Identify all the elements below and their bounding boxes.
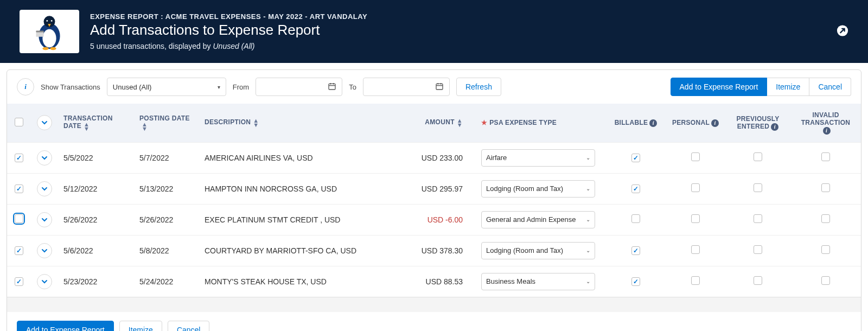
subtitle-prefix: 5 unused transactions, displayed by (90, 42, 213, 50)
chevron-down-icon: ⌄ (586, 186, 590, 192)
info-icon[interactable]: i (649, 119, 657, 127)
row-select-checkbox[interactable] (15, 184, 23, 193)
itemize-button[interactable]: Itemize (767, 78, 809, 96)
row-expand-toggle[interactable] (37, 212, 52, 227)
billable-checkbox[interactable] (631, 154, 640, 162)
bottom-action-bar: Add to Expense Report Itemize Cancel (7, 312, 861, 331)
col-billable: BILLABLEi (606, 104, 666, 142)
cancel-button-bottom[interactable]: Cancel (168, 321, 210, 331)
personal-checkbox[interactable] (691, 183, 700, 192)
psa-type-value: Lodging (Room and Tax) (486, 184, 563, 193)
billable-checkbox[interactable] (631, 184, 640, 193)
expand-all-toggle[interactable] (37, 115, 52, 130)
personal-checkbox[interactable] (691, 152, 700, 161)
toolbar-action-group: Add to Expense Report Itemize Cancel (671, 78, 851, 96)
previously-entered-checkbox[interactable] (754, 214, 762, 223)
col-transaction-date[interactable]: TRANSACTION DATE▲▼ (58, 104, 134, 142)
row-expand-toggle[interactable] (37, 243, 52, 258)
row-expand-toggle[interactable] (37, 150, 52, 166)
billable-checkbox[interactable] (631, 246, 640, 255)
psa-expense-type-select[interactable]: General and Admin Expense⌄ (481, 211, 595, 228)
col-previously-entered: PREVIOUSLY ENTEREDi (725, 104, 790, 142)
invalid-transaction-checkbox[interactable] (821, 245, 830, 254)
select-all-checkbox[interactable] (15, 118, 23, 126)
app-logo-box (20, 10, 79, 53)
refresh-button[interactable]: Refresh (456, 78, 501, 96)
info-icon[interactable]: i (771, 123, 778, 131)
previously-entered-checkbox[interactable] (754, 245, 762, 254)
previously-entered-checkbox[interactable] (754, 152, 762, 161)
cell-description: COURTYARD BY MARRIOTT-SFO CA, USD (199, 235, 405, 266)
personal-checkbox[interactable] (691, 276, 700, 285)
col-description[interactable]: DESCRIPTION▲▼ (199, 104, 405, 142)
calendar-icon (328, 82, 336, 92)
calendar-icon (435, 82, 444, 92)
billable-checkbox[interactable] (631, 214, 640, 223)
sort-icon: ▲▼ (84, 122, 90, 131)
info-icon[interactable]: i (823, 127, 831, 135)
row-select-checkbox[interactable] (15, 154, 23, 162)
row-select-checkbox[interactable] (15, 277, 23, 286)
previously-entered-checkbox[interactable] (754, 276, 762, 285)
select-all-header (7, 104, 31, 142)
to-label: To (349, 83, 356, 91)
row-expand-toggle[interactable] (37, 274, 52, 289)
info-icon[interactable]: i (711, 119, 719, 127)
cell-posting-date: 5/13/2022 (134, 173, 199, 204)
cell-amount: USD 233.00 (405, 142, 476, 173)
from-date-input[interactable] (256, 78, 342, 96)
previously-entered-checkbox[interactable] (754, 183, 762, 192)
cell-description: HAMPTON INN NORCROSS GA, USD (199, 173, 405, 204)
sort-icon: ▲▼ (142, 122, 148, 131)
personal-checkbox[interactable] (691, 214, 700, 223)
show-transactions-select[interactable]: Unused (All) ▾ (107, 78, 226, 96)
cell-transaction-date: 5/26/2022 (58, 204, 134, 235)
chevron-down-icon: ▾ (218, 84, 220, 90)
table-row: 5/26/20225/26/2022EXEC PLATINUM STMT CRE… (7, 204, 861, 235)
col-posting-date[interactable]: POSTING DATE▲▼ (134, 104, 199, 142)
row-select-checkbox[interactable] (15, 214, 23, 223)
psa-expense-type-select[interactable]: Lodging (Room and Tax)⌄ (481, 180, 595, 198)
expand-all-header (31, 104, 58, 142)
sort-icon: ▲▼ (253, 118, 259, 127)
row-select-checkbox[interactable] (15, 246, 23, 255)
expand-icon[interactable] (837, 25, 848, 39)
chevron-down-icon: ⌄ (586, 278, 590, 284)
col-psa-type: ★PSA EXPENSE TYPE (476, 104, 606, 142)
table-row: 5/12/20225/13/2022HAMPTON INN NORCROSS G… (7, 173, 861, 204)
cell-transaction-date: 5/12/2022 (58, 173, 134, 204)
add-to-report-button[interactable]: Add to Expense Report (671, 78, 768, 96)
svg-point-1 (42, 29, 56, 48)
cancel-button[interactable]: Cancel (809, 78, 851, 96)
cell-amount: USD -6.00 (405, 204, 476, 235)
info-icon[interactable]: i (17, 78, 34, 96)
page-header: EXPENSE REPORT : ACME TRAVEL EXPENSES - … (0, 0, 868, 63)
col-amount[interactable]: AMOUNT▲▼ (405, 104, 476, 142)
psa-expense-type-select[interactable]: Business Meals⌄ (481, 273, 595, 290)
chevron-down-icon: ⌄ (586, 247, 590, 253)
invalid-transaction-checkbox[interactable] (821, 152, 830, 161)
table-footer-spacer (7, 297, 861, 312)
row-expand-toggle[interactable] (37, 181, 52, 196)
psa-expense-type-select[interactable]: Airfare⌄ (481, 149, 595, 167)
breadcrumb: EXPENSE REPORT : ACME TRAVEL EXPENSES - … (90, 12, 848, 21)
invalid-transaction-checkbox[interactable] (821, 276, 830, 285)
cell-transaction-date: 5/5/2022 (58, 142, 134, 173)
table-row: 5/23/20225/24/2022MONTY'S STEAK HOUSE TX… (7, 266, 861, 297)
to-date-input[interactable] (363, 78, 450, 96)
svg-rect-7 (36, 31, 44, 33)
table-row: 5/6/20225/8/2022COURTYARD BY MARRIOTT-SF… (7, 235, 861, 266)
invalid-transaction-checkbox[interactable] (821, 183, 830, 192)
table-body: 5/5/20225/7/2022AMERICAN AIRLINES VA, US… (7, 142, 861, 297)
psa-expense-type-select[interactable]: Lodging (Room and Tax)⌄ (481, 242, 595, 259)
table-header-row: TRANSACTION DATE▲▼ POSTING DATE▲▼ DESCRI… (7, 104, 861, 142)
itemize-button-bottom[interactable]: Itemize (119, 321, 162, 331)
page-title: Add Transactions to Expense Report (90, 22, 848, 39)
personal-checkbox[interactable] (691, 245, 700, 254)
filter-toolbar: i Show Transactions Unused (All) ▾ From … (7, 70, 861, 104)
col-personal: PERSONALi (666, 104, 725, 142)
add-to-report-button-bottom[interactable]: Add to Expense Report (17, 321, 114, 331)
billable-checkbox[interactable] (631, 277, 640, 286)
cell-posting-date: 5/26/2022 (134, 204, 199, 235)
invalid-transaction-checkbox[interactable] (821, 214, 830, 223)
